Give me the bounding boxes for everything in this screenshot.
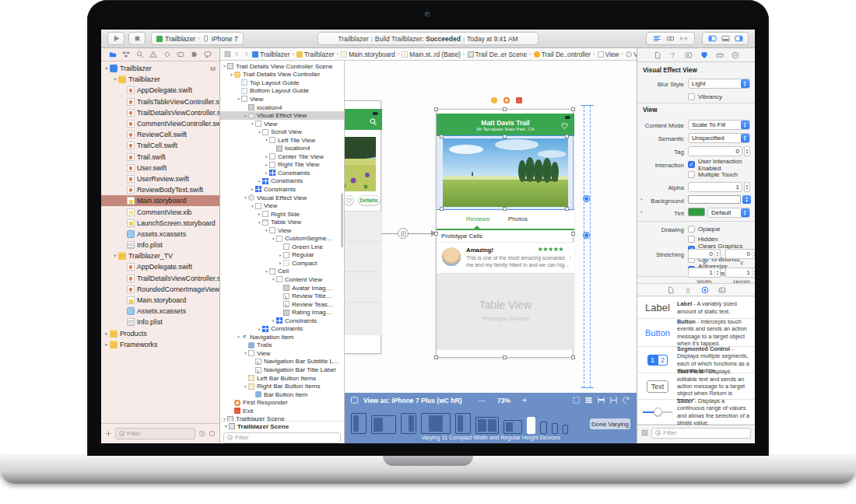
file-row[interactable]: TrailsTableViewController.swift (101, 96, 219, 107)
tint-color-well[interactable] (688, 208, 705, 216)
disclosure-icon[interactable]: ▾ (257, 130, 262, 135)
file-row[interactable]: AppDelegate.swift (101, 261, 219, 272)
ipad-portrait-split-2[interactable] (401, 413, 416, 434)
file-row[interactable]: CommentView.xib (101, 206, 219, 217)
resize-handle[interactable] (440, 135, 444, 138)
outline-row[interactable]: location4 (220, 103, 344, 112)
disclosure-icon[interactable]: ▾ (264, 228, 269, 233)
disclosure-icon[interactable]: ▸ (257, 212, 262, 216)
first-responder-icon[interactable] (503, 97, 510, 103)
semantic-dropdown[interactable]: Unspecified▲▼ (688, 133, 750, 143)
alpha-stepper[interactable]: ▲▼ (744, 182, 750, 192)
file-row[interactable]: TrailCell.swift (101, 140, 219, 151)
file-row[interactable]: ▾Trailblazer_TV (101, 250, 219, 261)
inspector-tab-bar[interactable]: ? (637, 48, 755, 62)
file-row[interactable]: Info.plist (101, 317, 219, 327)
file-template-library-icon[interactable] (667, 286, 675, 294)
tint-dropdown[interactable]: Default▲▼ (707, 208, 750, 218)
resize-handle[interactable] (503, 355, 507, 359)
interaction-checkbox[interactable]: ✓ (688, 161, 695, 168)
grid-view-icon[interactable] (641, 429, 648, 436)
outline-row[interactable]: ←Exit (220, 407, 344, 415)
help-inspector-icon[interactable]: ? (669, 51, 677, 59)
outline-row[interactable]: ▸Constraints (220, 177, 344, 186)
disclosure-icon[interactable]: ▾ (271, 277, 276, 282)
file-row[interactable]: Assets.xcassets (101, 306, 219, 317)
scm-filter-icon[interactable] (209, 430, 216, 437)
stretching-stepper[interactable]: ▲▼ (714, 250, 720, 258)
scheme-selector[interactable]: Trailblazer › iPhone 7 (151, 32, 244, 45)
outline-row[interactable]: ▾View (220, 201, 344, 210)
outline-row[interactable]: ▾View (220, 95, 344, 103)
disclosure-icon[interactable]: ▾ (271, 236, 276, 241)
zoom-in-button[interactable]: + (522, 396, 527, 404)
outline-row[interactable]: Green Line (220, 243, 344, 251)
size-inspector-icon[interactable] (716, 51, 724, 59)
drawing-checkbox[interactable] (688, 226, 695, 233)
resize-handle[interactable] (503, 107, 507, 111)
breadcrumb-segment[interactable]: Visual Effect View (626, 51, 637, 58)
code-snippet-library-icon[interactable]: { } (684, 286, 692, 294)
report-navigator-icon[interactable] (204, 51, 212, 58)
back-icon[interactable] (233, 51, 240, 58)
disclosure-icon[interactable]: ▾ (112, 76, 118, 82)
storyboard-canvas[interactable]: Details ← (345, 61, 637, 393)
constraint-handle[interactable] (584, 233, 589, 238)
file-row[interactable]: ▸Products (101, 328, 219, 339)
ipad-portrait-split-3[interactable] (455, 413, 471, 434)
heart-icon[interactable] (560, 121, 569, 130)
file-row[interactable]: Main.storyboard (101, 195, 219, 206)
resize-handle[interactable] (571, 232, 575, 236)
background-dropdown-icon[interactable]: ▲▼ (742, 195, 751, 204)
file-row[interactable]: RoundedCornerImageView.swift (101, 284, 219, 295)
library-tab-bar[interactable]: { } (637, 283, 755, 296)
outline-row[interactable]: LNavigation Bar Title Label (220, 366, 344, 374)
recent-files-icon[interactable] (198, 430, 205, 437)
issue-navigator-icon[interactable] (149, 51, 157, 58)
resize-handle[interactable] (571, 355, 575, 359)
outline-row[interactable]: Bottom Layout Guide (220, 87, 344, 96)
ipad-landscape-small[interactable] (503, 420, 522, 434)
outline-row[interactable]: ▾Right Bar Button Items (220, 382, 344, 390)
outline-row[interactable]: ▸Right Tile View (220, 161, 344, 170)
iphone-portrait[interactable] (540, 422, 547, 434)
resize-handle[interactable] (434, 355, 438, 359)
file-row[interactable]: Info.plist (101, 240, 219, 250)
resize-handle[interactable] (565, 207, 569, 211)
outline-row[interactable]: ▾Visual Effect View (220, 111, 344, 120)
outline-row[interactable]: ▾Cell (220, 268, 344, 276)
object-library-icon[interactable] (701, 286, 709, 294)
related-items-icon[interactable] (224, 51, 231, 58)
stretching-stepper[interactable]: ▲▼ (714, 268, 720, 277)
ipad-portrait-split[interactable] (351, 413, 367, 434)
disclosure-icon[interactable]: ▾ (236, 334, 241, 339)
file-row[interactable]: ▸Frameworks (101, 339, 219, 350)
interaction-checkbox[interactable] (688, 171, 695, 178)
connections-inspector-icon[interactable] (731, 51, 739, 59)
outline-row[interactable]: ▾Visual Effect View (220, 194, 344, 202)
resize-handle[interactable] (571, 107, 575, 111)
standard-editor-icon[interactable] (653, 34, 661, 43)
file-row[interactable]: Assets.xcassets (101, 229, 219, 240)
outline-filter-field[interactable]: Filter (223, 432, 341, 443)
vibrancy-checkbox[interactable] (688, 93, 695, 100)
version-editor-icon[interactable] (679, 34, 688, 43)
file-row[interactable]: UserReview.swift (101, 173, 219, 184)
test-navigator-icon[interactable] (163, 51, 171, 58)
forward-icon[interactable] (243, 51, 250, 58)
outline-scrollbar[interactable] (341, 193, 343, 247)
ipad-pro-landscape-split[interactable] (421, 413, 451, 434)
file-row[interactable]: ReviewBodyText.swift (101, 184, 219, 195)
outline-row[interactable]: ▾ Trailblazer Scene (223, 422, 341, 431)
pin-icon[interactable] (609, 396, 618, 404)
ipad-landscape-split[interactable] (371, 415, 396, 434)
iphone-portrait-small[interactable] (552, 423, 558, 434)
outline-row[interactable]: ▸Constraints (220, 317, 344, 325)
disclosure-icon[interactable]: ▾ (264, 138, 269, 142)
file-row[interactable]: User.swift (101, 163, 219, 173)
disclosure-icon[interactable]: ▸ (278, 261, 283, 265)
details-button[interactable]: Details (358, 195, 380, 205)
breadcrumb-segment[interactable]: Trailblazer (252, 51, 289, 58)
outline-row[interactable]: Top Layout Guide (220, 79, 344, 87)
file-row[interactable]: Main.storyboard (101, 295, 219, 306)
